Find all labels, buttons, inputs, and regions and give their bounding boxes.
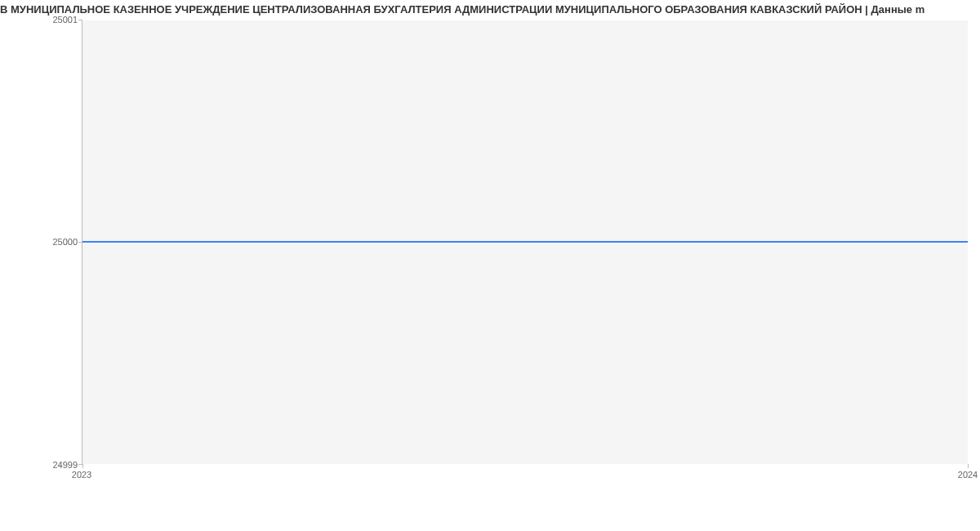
x-tick-label: 2023	[72, 470, 91, 480]
x-tick-label: 2024	[958, 470, 978, 480]
chart-title: В МУНИЦИПАЛЬНОЕ КАЗЕННОЕ УЧРЕЖДЕНИЕ ЦЕНТ…	[0, 0, 980, 17]
data-series-line	[82, 241, 968, 243]
y-tick-label: 25001	[4, 15, 78, 25]
y-tick-label: 25000	[4, 237, 78, 247]
y-tick-label: 24999	[4, 460, 78, 470]
plot-area	[82, 20, 968, 465]
chart-container: В МУНИЦИПАЛЬНОЕ КАЗЕННОЕ УЧРЕЖДЕНИЕ ЦЕНТ…	[0, 0, 980, 494]
